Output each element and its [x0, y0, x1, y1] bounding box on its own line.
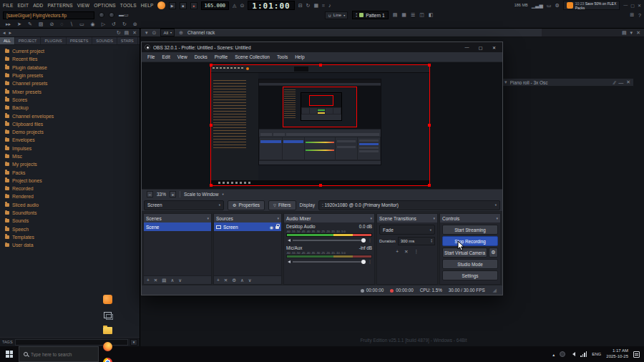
obs-maximize-icon[interactable]: ▢	[475, 43, 486, 52]
browser-forward-icon[interactable]: ▸	[9, 30, 12, 36]
chrome-icon[interactable]	[99, 354, 116, 362]
source-list-item[interactable]: Screen ◉	[214, 222, 281, 231]
browser-close-icon[interactable]: ✕	[132, 30, 137, 36]
obs-titlebar[interactable]: OBS 32.0.1 - Profile: Untitled - Scenes:…	[142, 42, 502, 52]
start-virtual-camera-button[interactable]: Start Virtual Camera	[442, 248, 487, 258]
fl-maximize-icon[interactable]: ▢	[630, 3, 635, 8]
scene-list-item[interactable]: Scene	[144, 222, 211, 231]
transition-type-combo[interactable]: Fade▾	[379, 225, 435, 235]
browser-refresh-icon[interactable]: ↻	[117, 30, 121, 36]
browser-tab[interactable]: PRESETS	[67, 37, 93, 44]
volume-slider[interactable]	[293, 261, 366, 263]
fl-menu-item[interactable]: HELP	[141, 3, 154, 8]
scale-mode-caret-icon[interactable]: ▾	[222, 192, 223, 196]
browser-item[interactable]: My projects	[0, 160, 140, 168]
browser-item[interactable]: Templates	[0, 233, 140, 241]
browser-item[interactable]: Recorded	[0, 185, 140, 192]
obs-menu-item[interactable]: Scene Collection	[231, 54, 273, 59]
metronome-icon[interactable]: ◬	[233, 3, 236, 9]
panel-collapse-icon[interactable]: ▸▸	[6, 21, 11, 27]
wait-icon[interactable]: ⊙	[240, 3, 244, 9]
undo-icon[interactable]: ↺	[112, 21, 116, 27]
browser-item[interactable]: Backup	[0, 104, 140, 112]
snap-global-icon[interactable]: ⊞	[630, 12, 634, 18]
pointer-tool-icon[interactable]: ➤	[17, 21, 21, 27]
speaker-icon[interactable]	[286, 239, 291, 242]
browser-toggle-icon[interactable]: ◧	[429, 12, 434, 18]
midi-icon[interactable]: ♪	[328, 3, 331, 8]
dock-collapse-icon[interactable]: ▾	[207, 216, 209, 220]
scene-move-up-button[interactable]: ∧	[170, 278, 174, 283]
volume-slider[interactable]	[293, 240, 366, 241]
playlist-icon[interactable]: ▤	[393, 12, 398, 18]
rack-add-icon[interactable]: ⊕	[179, 30, 183, 36]
obs-menu-item[interactable]: Tools	[273, 54, 291, 59]
zoom-tool-icon[interactable]: ◉	[91, 21, 95, 27]
piano-roll-close-icon[interactable]: ✕	[626, 79, 630, 85]
time-display[interactable]: 1:01:00	[248, 1, 294, 10]
browser-item[interactable]: Packs	[0, 168, 140, 176]
pencil-tool-icon[interactable]: ✎	[28, 21, 32, 27]
browser-item[interactable]: Soundfonts	[0, 209, 140, 217]
filters-button[interactable]: ▽ Filters	[268, 200, 296, 210]
source-properties-button[interactable]: ⚙	[232, 278, 236, 283]
browser-item[interactable]: Envelopes	[0, 136, 140, 144]
fl-menu-item[interactable]: ADD	[33, 3, 43, 8]
obs-menu-item[interactable]: File	[144, 54, 158, 59]
fl-logo-icon[interactable]	[157, 1, 165, 9]
mute-tool-icon[interactable]: ◌	[60, 21, 63, 26]
studio-mode-button[interactable]: Studio Mode	[442, 259, 498, 269]
main-pitch-knob[interactable]	[109, 12, 114, 19]
browser-item[interactable]: Scores	[0, 96, 140, 104]
tray-expand-icon[interactable]: ▴	[552, 352, 555, 357]
capture-handle[interactable]	[428, 64, 431, 67]
playback-tool-icon[interactable]: ▷	[102, 21, 105, 27]
resize-grip-icon[interactable]: ◢	[493, 288, 497, 293]
capture-handle[interactable]	[428, 124, 431, 127]
virtual-camera-settings-icon[interactable]: ⚙	[489, 248, 498, 258]
action-center-icon[interactable]	[633, 351, 640, 358]
browser-item[interactable]: Channel presets	[0, 79, 140, 87]
scale-mode-label[interactable]: Scale to Window	[184, 192, 218, 197]
browser-item[interactable]: Mixer presets	[0, 87, 140, 95]
dock-collapse-icon[interactable]: ▾	[496, 216, 498, 220]
fl-close-icon[interactable]: ✕	[638, 3, 641, 8]
rack-filter-combo[interactable]: All▾	[160, 29, 175, 36]
browser-item[interactable]: Plugin database	[0, 64, 140, 72]
browser-item[interactable]: User data	[0, 241, 140, 249]
obs-menu-item[interactable]: Docks	[191, 54, 211, 59]
taskbar-clock[interactable]: 1:17 AM2025-10-25	[606, 348, 628, 360]
tags-dropdown-button[interactable]: ▾	[130, 339, 137, 346]
remove-scene-button[interactable]: ✕	[154, 278, 157, 283]
browser-item[interactable]: Impulses	[0, 145, 140, 152]
taskbar-fl-studio-icon[interactable]	[99, 291, 116, 307]
source-move-up-button[interactable]: ∧	[240, 278, 244, 283]
typing-keyboard-icon[interactable]: ⌗	[322, 3, 325, 9]
zoom-in-button[interactable]: +	[170, 191, 176, 197]
language-indicator[interactable]: ENG	[592, 352, 601, 356]
rack-menu-icon[interactable]: ▾	[145, 30, 148, 36]
piano-roll-titlebar[interactable]: ▾ Piano roll - 3x Osc ∕∕ — ✕	[501, 78, 634, 87]
scene-grid-mode-button[interactable]: ▤	[162, 278, 166, 283]
lock-icon[interactable]	[275, 226, 279, 229]
dock-collapse-icon[interactable]: ▾	[370, 216, 372, 220]
settings-button[interactable]: Settings	[442, 270, 498, 280]
browser-tab[interactable]: STARS	[117, 37, 138, 44]
pattern-song-toggle[interactable]: ⊟	[298, 3, 303, 9]
obs-preview-canvas[interactable]	[142, 62, 502, 189]
play-button[interactable]: ▶	[169, 2, 176, 9]
browser-tab[interactable]: SOUNDS	[92, 37, 117, 44]
obs-menu-item[interactable]: Help	[291, 54, 308, 59]
browser-tab[interactable]: PROJECT	[15, 37, 42, 44]
add-scene-button[interactable]: +	[147, 278, 150, 283]
transition-options-icon[interactable]: ⋮	[414, 249, 419, 255]
dock-collapse-icon[interactable]: ▾	[277, 216, 279, 220]
browser-item[interactable]: Misc	[0, 152, 140, 160]
task-view-icon[interactable]	[99, 307, 116, 323]
browser-item[interactable]: Sounds	[0, 217, 140, 225]
promo-banner[interactable]: 10:23 Save 50% on FLEXPacks	[563, 1, 620, 10]
browser-item[interactable]: Sliced audio	[0, 201, 140, 209]
fl-minimize-icon[interactable]: —	[623, 3, 628, 8]
capture-handle[interactable]	[210, 184, 213, 187]
browser-item[interactable]: Rendered	[0, 192, 140, 200]
